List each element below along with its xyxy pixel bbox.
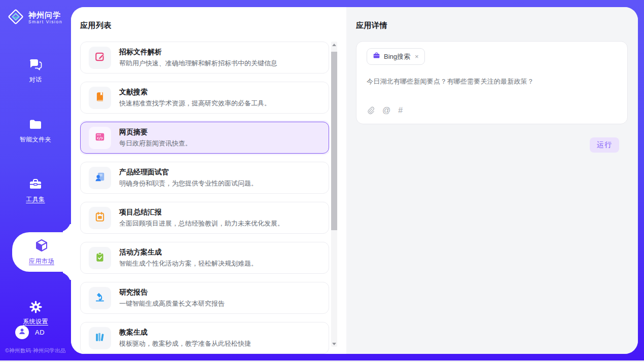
scrollbar[interactable]	[331, 42, 337, 347]
sidebar-item[interactable]: 对话	[0, 53, 71, 89]
app-card[interactable]: 招标文件解析 帮助用户快速、准确地理解和解析招标书中的关键信息	[80, 42, 329, 74]
clipboard-check-icon	[94, 251, 105, 265]
scroll-down-icon[interactable]	[331, 341, 337, 347]
app-card[interactable]: 网页摘要 每日政府新闻资讯快查。	[80, 122, 329, 154]
sidebar-item[interactable]: 智能文件夹	[0, 113, 71, 149]
brand: 神州问学 Smart Vision	[0, 0, 71, 27]
app-card[interactable]: 活动方案生成 智能生成个性化活动方案，轻松解决规划难题。	[80, 242, 329, 274]
main-content: 应用列表 招标文件解析 帮助用户快速、准确地理解和解析招标书中的关键信息	[71, 7, 638, 354]
scroll-up-icon[interactable]	[331, 42, 337, 48]
app-name: 项目总结汇报	[119, 208, 284, 217]
app-card[interactable]: 产品经理面试官 明确身份和职责，为您提供专业性的面试问题。	[80, 162, 329, 194]
app-card[interactable]: 项目总结汇报 全面回顾项目进展，总结经验教训，助力未来优化发展。	[80, 202, 329, 234]
sidebar-item[interactable]: 工具集	[0, 172, 71, 209]
copyright: ©神州数码·神州问学出品	[0, 347, 71, 354]
mention-icon[interactable]: @	[382, 106, 390, 115]
person-icon	[18, 327, 26, 338]
app-list-title: 应用列表	[80, 21, 346, 30]
app-description: 帮助用户快速、准确地理解和解析招标书中的关键信息	[119, 59, 277, 68]
report-note-icon	[94, 211, 105, 225]
briefcase-icon	[373, 52, 380, 61]
app-name: 网页摘要	[119, 128, 192, 137]
app-name: 产品经理面试官	[119, 168, 258, 177]
close-icon[interactable]: ×	[415, 53, 419, 60]
composer-toolbar: @#	[367, 106, 617, 115]
side-menu: 对话 智能文件夹 工具集 应用市场 系统设置	[0, 53, 71, 331]
folder-icon	[28, 118, 43, 132]
query-input[interactable]: 今日湖北有哪些新闻要点？有哪些需要关注的最新政策？	[367, 77, 617, 86]
app-name: 文献搜索	[119, 88, 271, 97]
sidebar-item[interactable]: 应用市场	[12, 232, 71, 272]
toolbox-icon	[28, 177, 43, 192]
app-list-pane: 应用列表 招标文件解析 帮助用户快速、准确地理解和解析招标书中的关键信息	[71, 7, 346, 354]
app-description: 智能生成个性化活动方案，轻松解决规划难题。	[119, 259, 258, 268]
avatar	[15, 325, 29, 339]
app-window: 神州问学 Smart Vision 对话 智能文件夹 工具集 应用市场	[0, 0, 644, 360]
cube-icon	[34, 238, 49, 254]
run-button[interactable]: 运行	[590, 137, 619, 153]
edit-doc-icon	[94, 51, 105, 64]
app-name: 招标文件解析	[119, 48, 277, 57]
interviewer-icon	[94, 171, 105, 185]
user-account[interactable]: AD	[15, 325, 45, 339]
research-icon	[94, 292, 105, 305]
attachment-icon[interactable]	[367, 106, 375, 115]
app-detail-pane: 应用详情 Bing搜索 × 今日湖北有哪些新闻要点？有哪些需要关注的最新政策？ …	[346, 7, 638, 354]
app-card-list: 招标文件解析 帮助用户快速、准确地理解和解析招标书中的关键信息 文献搜索 快速精…	[80, 42, 329, 354]
tool-tag-label: Bing搜索	[384, 52, 410, 61]
hash-icon[interactable]: #	[398, 106, 403, 115]
web-code-icon	[94, 131, 105, 144]
app-card[interactable]: 研究报告 一键智能生成高质量长文本研究报告	[80, 282, 329, 314]
book-icon	[94, 91, 105, 104]
app-name: 教案生成	[119, 328, 251, 337]
app-description: 一键智能生成高质量长文本研究报告	[119, 299, 225, 308]
books-icon	[94, 332, 105, 345]
brand-subtitle: Smart Vision	[28, 20, 62, 25]
brand-name: 神州问学	[28, 11, 62, 19]
app-description: 模板驱动，教案秒成，教学准备从此轻松快捷	[119, 339, 251, 348]
chat-icon	[28, 58, 43, 72]
sidebar: 神州问学 Smart Vision 对话 智能文件夹 工具集 应用市场	[0, 0, 71, 360]
app-name: 活动方案生成	[119, 248, 258, 257]
app-description: 快速精准查找学术资源，提高研究效率的必备工具。	[119, 99, 271, 108]
app-description: 全面回顾项目进展，总结经验教训，助力未来优化发展。	[119, 219, 284, 228]
app-description: 每日政府新闻资讯快查。	[119, 139, 192, 148]
app-detail-title: 应用详情	[356, 21, 628, 30]
tool-tag[interactable]: Bing搜索 ×	[367, 48, 425, 65]
app-description: 明确身份和职责，为您提供专业性的面试问题。	[119, 179, 258, 188]
app-card[interactable]: 教案生成 模板驱动，教案秒成，教学准备从此轻松快捷	[80, 322, 329, 354]
prompt-card: Bing搜索 × 今日湖北有哪些新闻要点？有哪些需要关注的最新政策？ @#	[356, 41, 628, 124]
brand-logo-icon	[7, 8, 24, 27]
app-name: 研究报告	[119, 288, 225, 297]
app-card[interactable]: 文献搜索 快速精准查找学术资源，提高研究效率的必备工具。	[80, 82, 329, 114]
user-name: AD	[35, 329, 45, 336]
gear-icon	[29, 300, 43, 314]
scrollbar-thumb[interactable]	[331, 52, 337, 230]
